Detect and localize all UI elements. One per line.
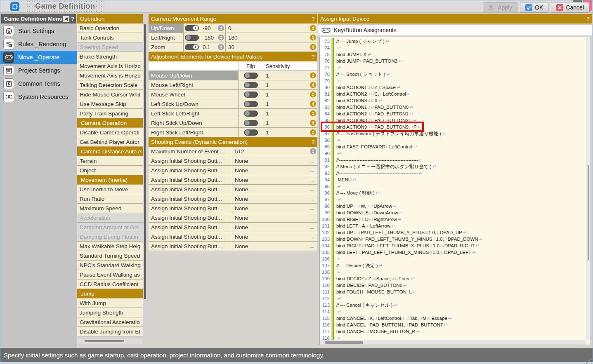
sidebar-item-rules-rendering[interactable]: Rules _Rendering	[0, 38, 77, 51]
flip-toggle[interactable]	[244, 73, 258, 79]
stepper-icon[interactable]	[310, 25, 316, 31]
sidebar-item-move-operate[interactable]: Move _Operate	[0, 51, 77, 64]
code-line[interactable]: 89bind FAST_FORWARDLeftControl↵	[320, 143, 586, 150]
assign-shooting-value-field[interactable]: None→	[232, 166, 317, 175]
stepper-icon[interactable]	[218, 35, 224, 41]
operation-item-npc-s-standard-walking[interactable]: NPC's Standard Walking	[77, 261, 143, 270]
code-line[interactable]: 116bind CANCELPAD_BUTTON1,PAD_BUTTON7↵	[320, 322, 586, 328]
code-line[interactable]: 109bind DECIDEZ,Space,Enter↵	[320, 275, 586, 282]
operation-item-movement-axis-is-horizo[interactable]: Movement Axis is Horizo	[77, 61, 143, 71]
code-line[interactable]: 100bind RIGHTD,RightArrow↵	[320, 216, 586, 223]
assign-shooting-value-field[interactable]: None→	[232, 185, 317, 194]
operation-item-hide-mouse-cursor-whil[interactable]: Hide Mouse Cursor Whil	[77, 90, 143, 99]
code-line[interactable]: 94:MENU↵	[320, 176, 586, 183]
range-enable-toggle[interactable]	[185, 25, 199, 31]
assign-shooting-value-field[interactable]: None→	[232, 242, 317, 251]
sensitivity-field[interactable]: 1	[263, 90, 317, 99]
sidebar-item-project-settings[interactable]: Project Settings	[0, 64, 77, 77]
range-enable-toggle[interactable]	[185, 35, 199, 41]
code-line[interactable]: 115bind CANCELX,LeftControl,Tab,M,Escape…	[320, 315, 586, 322]
stepper-icon[interactable]	[310, 82, 316, 88]
code-line[interactable]: 82bind ACTION3X↵	[320, 97, 586, 104]
assign-shooting-value-field[interactable]: None→	[232, 156, 317, 165]
operation-item-with-jump[interactable]: With Jump	[77, 298, 143, 308]
code-line[interactable]: 76bind JUMPPAD_BUTTON3↵	[320, 58, 586, 64]
code-line[interactable]: 79↵	[320, 77, 586, 84]
code-line[interactable]: 88↵	[320, 137, 586, 143]
scrollbar-thumb[interactable]	[325, 341, 363, 344]
stepper-icon[interactable]	[310, 35, 316, 41]
stepper-icon[interactable]	[310, 110, 316, 117]
code-line[interactable]: 84bind ACTION2PAD_BUTTON1↵	[320, 110, 586, 117]
operation-item-movement-axis-is-horizo[interactable]: Movement Axis is Horizo	[77, 71, 143, 80]
flip-toggle[interactable]	[244, 110, 258, 117]
operation-item-disable-jumping-from-el[interactable]: Disable Jumping from El	[77, 327, 143, 336]
code-line[interactable]: 91//------------------------------------…	[320, 157, 586, 163]
apply-button[interactable]: Apply	[483, 2, 517, 13]
sidebar-item-system-resources[interactable]: System Resources	[0, 90, 77, 103]
flip-toggle[interactable]	[244, 92, 258, 98]
help-icon[interactable]: ?	[312, 16, 315, 22]
code-line[interactable]: 81bind ACTION2C,LeftControl↵	[320, 91, 586, 97]
code-line[interactable]: 97↵	[320, 196, 586, 203]
sensitivity-field[interactable]: 1	[263, 109, 317, 118]
assign-shooting-value-field[interactable]: None→	[232, 175, 317, 184]
range-max-field[interactable]: 0	[226, 23, 317, 33]
scrollbar-thumb[interactable]	[588, 165, 589, 260]
sidebar-item-common-terms[interactable]: Common Terms	[0, 77, 77, 90]
code-line[interactable]: 99bind DOWNS,DownArrow↵	[320, 209, 586, 216]
range-min-field[interactable]: -180	[200, 33, 226, 42]
operation-item-talking-detection-scale[interactable]: Talking Detection Scale	[77, 80, 143, 90]
range-enable-toggle[interactable]	[185, 44, 199, 50]
code-line[interactable]: 112↵	[320, 295, 586, 302]
operation-item-get-behind-player-autor[interactable]: Get Behind Player Autor	[77, 137, 143, 147]
range-max-field[interactable]: 180	[226, 33, 317, 42]
code-line[interactable]: 104bind RIGHTPAD_LEFT_THUMB_X_PLUS1.0,DP…	[320, 242, 586, 249]
editor-horizontal-scrollbar[interactable]	[320, 340, 586, 345]
help-icon[interactable]: ?	[586, 16, 590, 22]
code-line[interactable]: 102bind UPPAD_LEFT_THUMB_Y_PLUS1.0,DPAD_…	[320, 229, 586, 236]
operation-item-use-inertia-to-move[interactable]: Use Inertia to Move	[77, 185, 143, 194]
code-line[interactable]: 107// --- Decide ( 決定 )↵	[320, 262, 586, 269]
operation-vertical-scrollbar[interactable]	[143, 23, 146, 337]
operation-item-tank-controls[interactable]: Tank Controls	[77, 33, 143, 42]
operation-horizontal-scrollbar[interactable]	[77, 339, 143, 344]
max-events-value-field[interactable]: 512	[232, 147, 317, 156]
stepper-icon[interactable]	[310, 44, 316, 50]
operation-item-brake-strength[interactable]: Brake Strength	[77, 52, 143, 61]
operation-item-use-message-skip[interactable]: Use Message Skip	[77, 99, 143, 109]
code-line[interactable]: 110bind DECIDEPAD_BUTTON0↵	[320, 282, 586, 289]
code-line[interactable]: 75bind JUMPX↵	[320, 51, 586, 58]
assign-shooting-value-field[interactable]: None→	[232, 213, 317, 222]
assign-shooting-value-field[interactable]: None→	[232, 223, 317, 232]
code-line[interactable]: 114↵	[320, 308, 586, 315]
code-line[interactable]: 105bind LEFTPAD_LEFT_THUMB_X_MINUS1.0,DP…	[320, 249, 586, 256]
sensitivity-field[interactable]: 1	[263, 118, 317, 127]
code-line[interactable]: 111bind TOUCHMOUSE_BUTTON_L↵	[320, 289, 586, 295]
code-line[interactable]: 86bind ACTION9PAD_BUTTON9,P↵	[320, 124, 586, 130]
stepper-icon[interactable]	[310, 92, 316, 98]
cancel-button[interactable]: Cancel	[551, 2, 589, 13]
sidebar-item-start-settings[interactable]: Start Settings	[0, 24, 77, 38]
code-line[interactable]: 108↵	[320, 269, 586, 275]
code-line[interactable]: 80bind ACTION1Z,Space↵	[320, 84, 586, 91]
stepper-icon[interactable]	[218, 25, 224, 31]
ok-button[interactable]: OK	[520, 2, 548, 13]
help-icon[interactable]: ?	[312, 139, 315, 145]
operation-item-standard-turning-speed[interactable]: Standard Turning Speed	[77, 251, 143, 261]
operation-item-run-ratio[interactable]: Run Ratio	[77, 194, 143, 204]
code-line[interactable]: 92// Menu ( メニュー選択中のボタン割り当て )↵	[320, 163, 586, 170]
flip-toggle[interactable]	[244, 129, 258, 136]
script-editor[interactable]: 73// --- Jump ( ジャンプ )↵74↵75bind JUMPX↵7…	[319, 37, 591, 345]
range-max-field[interactable]: 30	[226, 42, 317, 52]
flip-toggle[interactable]	[244, 120, 258, 126]
operation-item-max-walkable-step-heig[interactable]: Max Walkable Step Heig	[77, 242, 143, 251]
stepper-icon[interactable]	[310, 101, 316, 107]
code-line[interactable]: 98bind UPW,UpArrow↵	[320, 203, 586, 209]
stepper-icon[interactable]	[310, 73, 316, 79]
code-line[interactable]: 93//------------------------------------…	[320, 170, 586, 176]
sensitivity-field[interactable]: 1	[263, 80, 317, 89]
stepper-icon[interactable]	[310, 129, 316, 136]
code-line[interactable]: 77↵	[320, 64, 586, 71]
flip-toggle[interactable]	[244, 101, 258, 107]
